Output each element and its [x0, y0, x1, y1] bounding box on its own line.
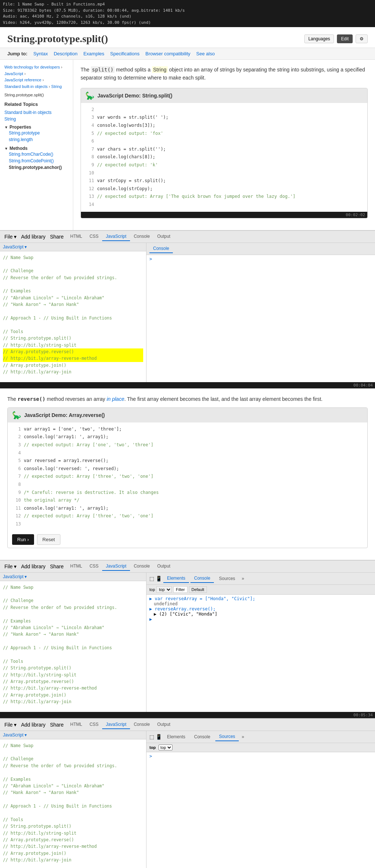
console-area-1: >: [146, 255, 375, 382]
tab-console-1[interactable]: Console: [130, 232, 153, 241]
prop-prototype[interactable]: String.prototype: [4, 130, 68, 136]
tab-console-right-3[interactable]: Console: [190, 733, 214, 741]
more-tabs[interactable]: »: [240, 575, 246, 583]
console-label-1[interactable]: Console: [149, 244, 173, 253]
r-line-5: 5var reversed = array1.reverse();: [12, 457, 363, 465]
tab-css-1[interactable]: CSS: [86, 232, 102, 241]
more-tabs-3[interactable]: »: [240, 733, 246, 741]
jump-examples[interactable]: Examples: [83, 51, 104, 56]
console-line-3: ▶ reverseArray.reverse();: [149, 606, 372, 612]
top-select[interactable]: top: [156, 586, 172, 593]
console-line-4: ▶ (2) ["Civic", "Honda"]: [149, 612, 372, 617]
tab-js-2[interactable]: JavaScript: [102, 562, 130, 571]
tab-sources[interactable]: Sources: [215, 575, 239, 583]
properties-label[interactable]: ▼ Properties: [4, 125, 68, 130]
jump-specifications[interactable]: Specifications: [110, 51, 140, 56]
method-anchor[interactable]: String.prototype.anchor(): [4, 164, 68, 171]
reverse-method-code: reverse(): [18, 396, 45, 402]
js-label-1[interactable]: JavaScript ▾: [0, 243, 146, 251]
tab-output-3[interactable]: Output: [153, 720, 174, 729]
code-l11: [3, 321, 143, 328]
mdn-actions: Languages Edit ⚙: [304, 34, 368, 43]
reset-button[interactable]: Reset: [37, 534, 60, 545]
breadcrumb-js-ref[interactable]: JavaScript reference: [4, 78, 41, 82]
tab-sources-3[interactable]: Sources: [215, 732, 239, 741]
tab-html-1[interactable]: HTML: [67, 232, 86, 241]
file-menu-btn[interactable]: File ▾: [3, 233, 18, 240]
jump-browser-compat[interactable]: Browser compatibility: [145, 51, 190, 56]
add-library-btn-3[interactable]: Add library: [19, 721, 47, 728]
code-line-6: 6: [85, 137, 363, 145]
breadcrumb-string[interactable]: String: [51, 84, 62, 89]
tab-output-1[interactable]: Output: [153, 232, 174, 241]
file-menu-btn-3[interactable]: File ▾: [3, 721, 18, 728]
code-editor-2[interactable]: // Name Swap // Challenge // Reverse the…: [0, 581, 146, 712]
methods-label[interactable]: ▼ Methods: [4, 146, 68, 151]
breadcrumb-js[interactable]: JavaScript: [4, 71, 23, 76]
tab-elements-3[interactable]: Elements: [163, 733, 189, 741]
add-library-btn-2[interactable]: Add library: [19, 563, 47, 570]
add-library-btn[interactable]: Add library: [19, 233, 47, 240]
jump-see-also[interactable]: See also: [196, 51, 215, 56]
tab-console-right[interactable]: Console: [190, 574, 214, 583]
description: The split() method splits a String objec…: [81, 66, 368, 82]
code-line-10: 10: [85, 169, 363, 177]
mobile-icon[interactable]: 📱: [156, 576, 162, 581]
sources-top-select[interactable]: top: [159, 745, 172, 750]
tab-console-3[interactable]: Console: [130, 720, 153, 729]
jump-syntax[interactable]: Syntax: [33, 51, 48, 56]
timestamp-2: 00:05:34: [0, 712, 375, 718]
string-link[interactable]: String: [4, 117, 68, 122]
jump-to-label: Jump to:: [7, 51, 27, 56]
content-area: The split() method splits a String objec…: [73, 60, 375, 230]
code-editor-3[interactable]: // Name Swap // Challenge // Reverse the…: [0, 739, 146, 868]
method-fromcodepoint[interactable]: String.fromCodePoint(): [4, 158, 68, 164]
r-line-11: 11console.log('array1: ', array1);: [12, 505, 363, 513]
share-btn-2[interactable]: Share: [48, 563, 65, 570]
breadcrumb-web-tech[interactable]: Web technology for developers: [4, 65, 60, 69]
prop-length[interactable]: string.length: [4, 136, 68, 143]
tab-js-3[interactable]: JavaScript: [102, 720, 130, 729]
share-btn[interactable]: Share: [48, 233, 65, 240]
bottom-devtools-split: JavaScript ▾ // Name Swap // Challenge /…: [0, 731, 375, 868]
code-editor-1[interactable]: // Name Swap // Challenge // Reverse the…: [0, 251, 146, 382]
inspect-icon-3[interactable]: ⬚: [149, 734, 154, 740]
jump-description[interactable]: Description: [54, 51, 78, 56]
edit-button[interactable]: Edit: [337, 34, 353, 43]
devtools-panel-2: File ▾ Add library Share HTML CSS JavaSc…: [0, 560, 375, 718]
tab-html-3[interactable]: HTML: [67, 720, 86, 729]
run-button[interactable]: Run ›: [12, 534, 34, 545]
r-line-8: 8: [12, 481, 363, 489]
settings-button[interactable]: ⚙: [356, 34, 368, 43]
js-label-2[interactable]: JavaScript ▾: [0, 573, 146, 581]
code-line-8: 8console.log(chars[8]);: [85, 153, 363, 161]
tab-html-2[interactable]: HTML: [67, 562, 86, 571]
tab-output-2[interactable]: Output: [153, 562, 174, 571]
tab-css-3[interactable]: CSS: [86, 720, 102, 729]
demo-code-2: 1var array1 = ['one', 'two', 'three']; 2…: [8, 422, 367, 531]
console-area-2: ▶ var reverseArray = ["Honda", "Civic"];…: [146, 595, 375, 712]
breadcrumb-std-objects[interactable]: Standard built-in objects: [4, 84, 48, 89]
file-menu-btn-2[interactable]: File ▾: [3, 563, 18, 570]
reverse-section: The reverse() method reverses an array i…: [0, 388, 375, 560]
bottom-devtools: File ▾ Add library Share HTML CSS JavaSc…: [0, 718, 375, 868]
share-btn-3[interactable]: Share: [48, 721, 65, 728]
default-button[interactable]: Default: [189, 586, 207, 593]
standard-objects-link[interactable]: Standard built-in objects: [4, 110, 68, 115]
mobile-icon-3[interactable]: 📱: [156, 734, 162, 740]
demo-header-2: 🦕 JavaScript Demo: Array.reverse(): [8, 408, 367, 422]
filter-button[interactable]: Filter: [173, 586, 187, 593]
bottom-right: ⬚ 📱 Elements Console Sources » top top >: [146, 731, 375, 868]
inspect-icon[interactable]: ⬚: [149, 576, 154, 581]
devtools-right-toolbar-2: ⬚ 📱 Elements Console Sources »: [146, 573, 375, 585]
tab-css-2[interactable]: CSS: [86, 562, 102, 571]
mdn-header: String.prototype.split() Languages Edit …: [0, 27, 375, 48]
tab-js-1[interactable]: JavaScript: [102, 232, 130, 241]
method-fromcharcode[interactable]: String.fromCharCode(): [4, 151, 68, 158]
js-label-3[interactable]: JavaScript ▾: [0, 731, 146, 739]
reverse-description: The reverse() method reverses an array i…: [7, 395, 368, 403]
video-size: Size: 91783362 bytes (87.5 MiB), duratio…: [3, 8, 372, 14]
tab-elements[interactable]: Elements: [163, 574, 189, 583]
tab-console-2[interactable]: Console: [130, 562, 153, 571]
languages-button[interactable]: Languages: [304, 34, 334, 43]
